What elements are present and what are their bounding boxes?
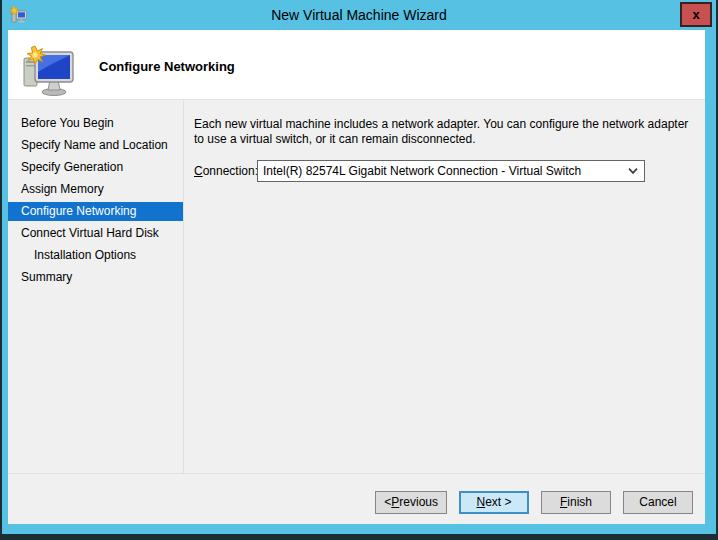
- previous-button[interactable]: < Previous: [375, 491, 447, 514]
- sidebar-item-label: Connect Virtual Hard Disk: [21, 226, 159, 240]
- wizard-window: New Virtual Machine Wizard x Configure N…: [0, 0, 718, 540]
- sidebar-item-summary[interactable]: Summary: [8, 268, 183, 287]
- page-description: Each new virtual machine includes a netw…: [194, 117, 693, 147]
- sidebar-item-label: Specify Name and Location: [21, 138, 168, 152]
- sidebar-item-configure-networking[interactable]: Configure Networking: [8, 202, 183, 221]
- wizard-header: Configure Networking: [8, 30, 705, 100]
- page-title: Configure Networking: [99, 59, 235, 74]
- connection-dropdown-value: Intel(R) 82574L Gigabit Network Connecti…: [258, 164, 603, 178]
- sidebar-item-installation-options[interactable]: Installation Options: [8, 246, 183, 265]
- sidebar-item-connect-virtual-hard-disk[interactable]: Connect Virtual Hard Disk: [8, 224, 183, 243]
- sidebar-item-label: Before You Begin: [21, 116, 114, 130]
- chevron-down-icon: [628, 168, 638, 175]
- next-button[interactable]: Next >: [459, 491, 529, 514]
- connection-row: Connection: Intel(R) 82574L Gigabit Netw…: [194, 160, 693, 182]
- sidebar-item-label: Configure Networking: [21, 204, 136, 218]
- cancel-button[interactable]: Cancel: [623, 491, 693, 514]
- sidebar-item-specify-name-and-location[interactable]: Specify Name and Location: [8, 136, 183, 155]
- page-content: Each new virtual machine includes a netw…: [184, 100, 705, 473]
- connection-dropdown[interactable]: Intel(R) 82574L Gigabit Network Connecti…: [257, 160, 645, 182]
- close-icon: x: [692, 7, 699, 22]
- sidebar-item-specify-generation[interactable]: Specify Generation: [8, 158, 183, 177]
- new-vm-computer-icon: [21, 42, 77, 98]
- sidebar-item-label: Specify Generation: [21, 160, 123, 174]
- wizard-body: Before You Begin Specify Name and Locati…: [8, 100, 705, 473]
- wizard-footer: < Previous Next > Finish Cancel: [8, 473, 705, 524]
- sidebar-item-label: Installation Options: [34, 248, 136, 262]
- finish-button[interactable]: Finish: [541, 491, 611, 514]
- sidebar-item-label: Assign Memory: [21, 182, 104, 196]
- sidebar-item-before-you-begin[interactable]: Before You Begin: [8, 114, 183, 133]
- sidebar-item-assign-memory[interactable]: Assign Memory: [8, 180, 183, 199]
- connection-label: Connection:: [194, 164, 257, 178]
- sidebar-item-label: Summary: [21, 270, 72, 284]
- wizard-steps-sidebar: Before You Begin Specify Name and Locati…: [8, 100, 184, 473]
- titlebar: New Virtual Machine Wizard x: [2, 0, 716, 30]
- client-area: Configure Networking Before You Begin Sp…: [8, 30, 705, 524]
- close-button[interactable]: x: [680, 2, 712, 27]
- window-title: New Virtual Machine Wizard: [2, 0, 716, 30]
